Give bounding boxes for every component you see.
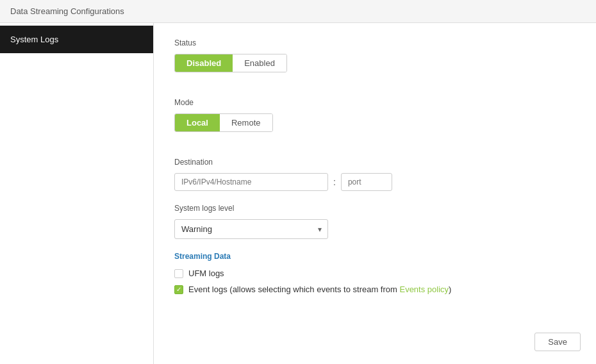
sidebar-item-label: System Logs	[10, 35, 58, 44]
status-group: Status Disabled Enabled	[174, 38, 575, 85]
save-button-wrapper: Save	[534, 333, 581, 351]
event-logs-checkbox[interactable]: ✓	[174, 285, 183, 294]
content-area: Status Disabled Enabled Mode Local Remot…	[154, 23, 596, 364]
events-policy-link[interactable]: Events policy	[399, 285, 449, 294]
log-level-group: System logs level Debug Info Notice Warn…	[174, 204, 575, 239]
status-toggle-group: Disabled Enabled	[174, 54, 287, 72]
streaming-data-group: Streaming Data UFM logs ✓ Event logs (al…	[174, 252, 575, 294]
ufm-logs-row: UFM logs	[174, 269, 575, 278]
mode-label: Mode	[174, 98, 575, 107]
main-layout: System Logs Status Disabled Enabled Mode…	[0, 23, 596, 364]
mode-toggle-group: Local Remote	[174, 113, 273, 132]
status-label: Status	[174, 38, 575, 47]
ip-hostname-input[interactable]	[174, 173, 328, 191]
event-logs-text: Event logs (allows selecting which event…	[188, 285, 451, 294]
log-level-select[interactable]: Debug Info Notice Warning Error Critical…	[174, 219, 328, 239]
remote-button[interactable]: Remote	[220, 114, 272, 131]
ufm-logs-checkbox[interactable]	[174, 269, 183, 278]
save-button[interactable]: Save	[534, 333, 581, 351]
mode-group: Mode Local Remote	[174, 98, 575, 145]
event-logs-suffix: )	[449, 285, 451, 294]
enabled-button[interactable]: Enabled	[233, 54, 286, 72]
sidebar: System Logs	[0, 23, 154, 364]
colon-separator: :	[333, 177, 336, 187]
log-level-select-wrapper: Debug Info Notice Warning Error Critical…	[174, 219, 328, 239]
event-logs-row: ✓ Event logs (allows selecting which eve…	[174, 285, 575, 294]
destination-group: Destination :	[174, 158, 575, 191]
top-bar: Data Streaming Configurations	[0, 0, 596, 23]
event-logs-prefix: Event logs (allows selecting which event…	[188, 285, 399, 294]
log-level-label: System logs level	[174, 204, 575, 213]
ufm-logs-label: UFM logs	[188, 269, 224, 278]
streaming-data-label: Streaming Data	[174, 252, 575, 261]
disabled-button[interactable]: Disabled	[175, 54, 233, 72]
destination-row: :	[174, 173, 575, 191]
page-title: Data Streaming Configurations	[10, 6, 124, 16]
port-input[interactable]	[341, 173, 392, 191]
destination-label: Destination	[174, 158, 575, 167]
sidebar-item-system-logs[interactable]: System Logs	[0, 26, 153, 53]
local-button[interactable]: Local	[175, 114, 220, 131]
